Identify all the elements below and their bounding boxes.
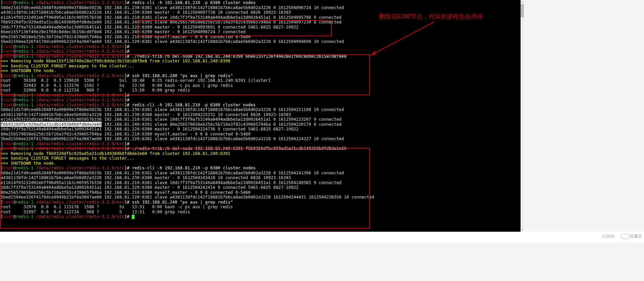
node-line: 566e21d1fd0cee6b2848f0a90609e3f868e5023b… xyxy=(1,5,520,10)
node-line: e11614f03232d92ebff06d95a11b3c905957b336… xyxy=(1,117,520,122)
command-ssh-ps-1: ssh 192.168.81.240 "ps aux | grep redis" xyxy=(132,73,233,78)
highlighted-node-id: f6b9320dfbc929ad5a31cdb149360b0fd8de2e60 xyxy=(1,122,102,127)
boxed-node-6380: 6380 master - 0 1612504093691 9 connecte… xyxy=(142,24,299,30)
command-ssh-ps-2: ssh 192.168.81.240 "ps aux | grep redis" xyxy=(132,200,233,205)
node-line: 566e21d1fd0cee6b2848f0a90609e3f868e5023b… xyxy=(1,107,520,112)
annotation-text: 删除完6390节点，对应的进程也会停掉 xyxy=(379,14,483,19)
node-line: 80e256579658eb256c5b710a3f82c439665794ba… xyxy=(1,35,520,40)
node-line: 5bed1594ee326f4170dce8949b21bf4a3847ae60… xyxy=(1,39,520,44)
node-line: 80e256579658eb256c5b710a3f82c439665794ba… xyxy=(1,132,520,137)
cluster-forget-msg: >>> Sending CLUSTER FORGET messages to t… xyxy=(1,156,520,161)
node-line: 10dc7f3f9a753140a8494adbbe5a13d0026451a1… xyxy=(1,185,520,190)
node-line: e11614f03232d92ebff06d95a11b3c905957b336… xyxy=(1,180,520,185)
scroll-up-icon[interactable]: ▴ xyxy=(521,0,524,4)
command-cluster-nodes-2: redis-cli -h 192.168.81.210 -p 6380 clus… xyxy=(132,102,256,107)
prompt-user: root xyxy=(3,0,13,5)
node-line: a4381138fdc142f18881b7b6ca8ae5b0d02a3228… xyxy=(1,112,520,117)
yisu-watermark: 亿速云 xyxy=(621,234,642,239)
terminal-window[interactable]: [root@redis-1 /data/redis_cluster/redis-… xyxy=(0,0,521,232)
boxed-node-6391: 6391 slave 80e256579658eb256c5b710a3f82c… xyxy=(142,19,341,24)
node-line: a4381138fdc142f18881b7b6ca8ae5b0d02a3228… xyxy=(1,175,520,180)
vertical-scrollbar[interactable]: ▴ ▾ xyxy=(521,0,524,232)
cursor-icon xyxy=(132,215,135,219)
command-del-node-6390: ./redis-trib.rb del-node 192.168.81.240:… xyxy=(132,54,346,59)
removing-node-msg: >>> Removing node 6bee155f136f40e28e1f60… xyxy=(1,59,520,64)
boxed-node-6390: 6390 master - 0 1612504096724 7 connecte… xyxy=(142,29,246,34)
node-line: 5bed1594ee326f4170dce8949b21bf4a3847ae60… xyxy=(1,136,520,142)
shutdown-msg: >>> SHUTDOWN the node. xyxy=(1,68,520,73)
cluster-forget-msg: >>> Sending CLUSTER FORGET messages to t… xyxy=(1,64,520,69)
prompt-host: redis-1 xyxy=(16,0,34,5)
ps-line: root 32943 0.0 0.1 113176 1592 ? Ss 13:5… xyxy=(1,83,520,88)
command-cluster-nodes-1: redis-cli -h 192.168.81.210 -p 6380 clus… xyxy=(132,0,256,5)
csdn-watermark: CSDN xyxy=(602,234,615,239)
removing-node-msg: >>> Removing node f6b9320dfbc929ad5a31cd… xyxy=(1,151,520,156)
node-line: 10dc7f3f9a753140a8494adbbe5a13d0026451a1… xyxy=(1,127,520,132)
scroll-thumb[interactable] xyxy=(521,4,524,17)
prompt-bracket: [ xyxy=(1,0,3,5)
shutdown-msg: >>> SHUTDOWN the node. xyxy=(1,161,520,166)
node-line: 566e21d1fd0cee6b2848f0a90609e3f868e5023b… xyxy=(1,171,520,176)
ps-line: root 32960 0.0 0.0 112724 968 ? S 13:50 … xyxy=(1,88,520,93)
cloud-icon xyxy=(621,234,629,239)
scroll-down-icon[interactable]: ▾ xyxy=(521,228,524,232)
command-cluster-nodes-3: redis-cli -h 192.168.81.210 -p 6380 clus… xyxy=(132,165,256,170)
ps-line: root 30100 0.2 0.3 139020 3308 ? Ssl 10:… xyxy=(1,78,520,83)
ps-line: root 32997 0.0 0.0 112724 968 ? S 13:51 … xyxy=(1,210,520,215)
command-del-node-6391: ./redis-trib.rb del-node 192.168.81.240:… xyxy=(132,146,346,151)
footer-watermark: CSDN 亿速云 xyxy=(0,232,644,242)
node-line: 80e256579658eb256c5b710a3f82c439665794ba… xyxy=(1,190,520,195)
ps-line: root 32978 0.0 0.1 113176 1588 ? Ss 13:5… xyxy=(1,205,520,210)
prompt-path: /data/redis_cluster/redis-3.2.9/src xyxy=(34,0,124,5)
node-line: 5bed1594ee326f4170dce8949b21bf4a3847ae60… xyxy=(1,195,520,200)
